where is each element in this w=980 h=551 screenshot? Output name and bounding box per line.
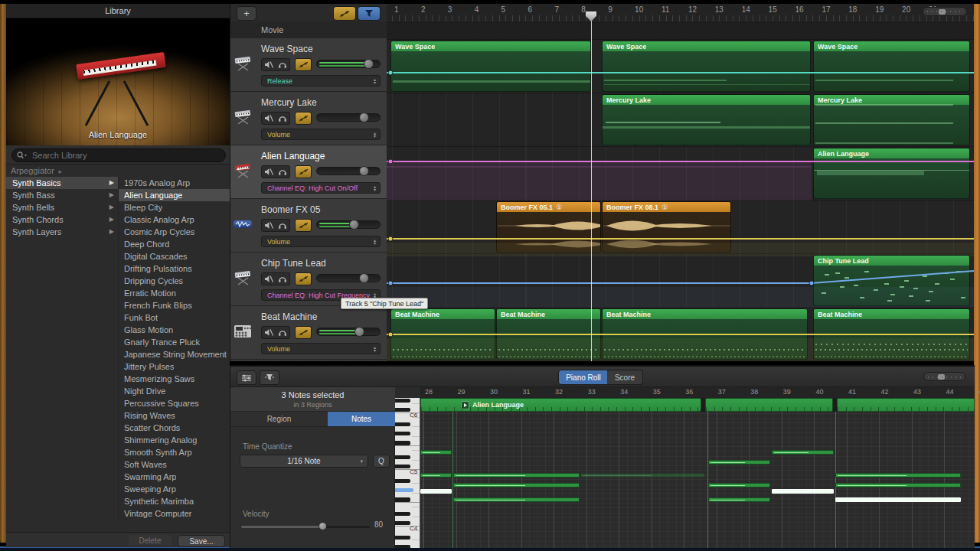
slider-knob[interactable] bbox=[359, 273, 369, 283]
black-key[interactable] bbox=[395, 512, 410, 516]
solo-button[interactable] bbox=[276, 112, 290, 125]
pr-region-segment[interactable]: Alien Language bbox=[420, 398, 701, 412]
patch-list-item[interactable]: Jittery Pulses bbox=[119, 360, 230, 373]
patch-list-item[interactable]: Scatter Chords bbox=[119, 422, 230, 434]
black-key[interactable] bbox=[395, 399, 410, 403]
slider-knob[interactable] bbox=[359, 112, 369, 122]
patch-list-item[interactable]: Gnarly Trance Pluck bbox=[119, 336, 230, 348]
region-beat-machine[interactable]: Beat Machine bbox=[390, 308, 495, 360]
black-key[interactable] bbox=[395, 536, 410, 540]
midi-note[interactable] bbox=[708, 483, 770, 487]
slider-knob[interactable] bbox=[359, 166, 369, 176]
sidebar-item-synth-chords[interactable]: Synth Chords▶ bbox=[6, 214, 118, 226]
patch-list-item[interactable]: Classic Analog Arp bbox=[119, 214, 230, 226]
solo-button[interactable] bbox=[276, 165, 290, 178]
pr-note-grid[interactable] bbox=[420, 412, 975, 548]
region-mercury-lake[interactable]: Mercury Lake bbox=[602, 94, 811, 145]
patch-list-item[interactable]: Shimmering Analog bbox=[119, 434, 230, 446]
patch-list-item[interactable]: Sweeping Arp bbox=[119, 483, 230, 495]
black-key[interactable] bbox=[395, 497, 410, 501]
sidebar-item-synth-bells[interactable]: Synth Bells▶ bbox=[6, 201, 118, 214]
patch-list-item[interactable]: Smooth Synth Arp bbox=[119, 446, 230, 458]
automation-param-dropdown[interactable]: Volume▴▾ bbox=[261, 236, 381, 247]
editor-inspector-button[interactable] bbox=[237, 370, 256, 385]
patch-list-item[interactable]: Glass Motion bbox=[119, 324, 230, 336]
delete-button[interactable]: Delete bbox=[129, 535, 172, 546]
midi-note-selected[interactable] bbox=[835, 497, 961, 502]
slider-knob[interactable] bbox=[349, 220, 359, 230]
horizontal-zoom-slider[interactable] bbox=[923, 7, 967, 16]
mute-button[interactable] bbox=[261, 112, 276, 125]
patch-list-item[interactable]: Erratic Motion bbox=[119, 287, 230, 299]
midi-note[interactable] bbox=[453, 473, 580, 478]
patch-list-item[interactable]: Soft Waves bbox=[119, 458, 230, 471]
track-automation-button[interactable] bbox=[295, 219, 312, 232]
patch-list-item[interactable]: Funk Bot bbox=[119, 311, 230, 324]
mute-button[interactable] bbox=[261, 219, 276, 232]
region-wave-space[interactable]: Wave Space bbox=[390, 41, 591, 92]
patch-list-item[interactable]: Vintage Computer bbox=[119, 507, 230, 520]
piano-keys[interactable]: C6C5C4 bbox=[395, 398, 420, 548]
region-wave-space[interactable]: Wave Space bbox=[602, 41, 811, 92]
solo-button[interactable] bbox=[276, 272, 290, 285]
patch-list-item[interactable]: Deep Chord bbox=[119, 238, 230, 250]
black-key[interactable] bbox=[395, 455, 410, 459]
midi-catch-button[interactable] bbox=[260, 370, 279, 385]
pr-region-segment[interactable]: Alien Language bbox=[705, 398, 833, 412]
pr-zoom-slider[interactable] bbox=[923, 372, 965, 381]
movie-track-row[interactable]: Movie bbox=[230, 21, 387, 39]
patch-list-item[interactable]: 1970s Analog Arp bbox=[119, 177, 230, 189]
midi-note[interactable] bbox=[420, 473, 452, 478]
region-beat-machine[interactable]: Beat Machine bbox=[813, 308, 970, 360]
volume-slider[interactable] bbox=[316, 273, 381, 283]
volume-slider[interactable] bbox=[316, 166, 381, 176]
midi-note[interactable] bbox=[708, 497, 770, 502]
lane-boomer-fx-05[interactable]: Boomer FX 05.1①Boomer FX 08.1① bbox=[387, 201, 974, 254]
mute-button[interactable] bbox=[261, 58, 276, 71]
black-key[interactable] bbox=[395, 465, 410, 468]
volume-slider[interactable] bbox=[316, 220, 381, 230]
slider-knob[interactable] bbox=[364, 59, 374, 69]
patch-list-item[interactable]: Dripping Cycles bbox=[119, 275, 230, 287]
search-input[interactable] bbox=[31, 150, 225, 161]
patch-list-item[interactable]: Digital Cascades bbox=[119, 250, 230, 262]
sidebar-item-synth-bass[interactable]: Synth Bass▶ bbox=[6, 189, 118, 201]
lane-wave-space[interactable]: Wave SpaceWave SpaceWave Space bbox=[387, 40, 974, 93]
pr-region-segment[interactable]: Alien Language bbox=[837, 398, 975, 412]
automation-param-dropdown[interactable]: Volume▴▾ bbox=[261, 129, 381, 140]
automation-param-dropdown[interactable]: Release▴▾ bbox=[261, 75, 381, 86]
region-alien-language[interactable]: Alien Language bbox=[813, 148, 970, 199]
region-boomer-fx-08-1[interactable]: Boomer FX 08.1① bbox=[602, 201, 731, 253]
lane-alien-language[interactable]: Alien Language bbox=[387, 147, 974, 201]
patch-list-item[interactable]: Mesmerizing Saws bbox=[119, 373, 230, 385]
volume-slider[interactable] bbox=[316, 327, 381, 337]
black-key[interactable] bbox=[395, 422, 410, 426]
region-mercury-lake[interactable]: Mercury Lake bbox=[813, 94, 970, 145]
time-quantize-dropdown[interactable]: 1/16 Note▾ bbox=[240, 455, 368, 468]
show-automation-button[interactable] bbox=[333, 6, 356, 21]
black-key[interactable] bbox=[395, 408, 410, 412]
quantize-q-button[interactable]: Q bbox=[373, 455, 390, 468]
velocity-thumb[interactable] bbox=[318, 522, 327, 530]
region-chip-tune-lead[interactable]: Chip Tune Lead bbox=[813, 255, 970, 306]
lane-beat-machine[interactable]: Beat MachineBeat MachineBeat MachineBeat… bbox=[387, 308, 974, 361]
volume-slider[interactable] bbox=[316, 112, 381, 122]
patch-list-item[interactable]: French Funk Blips bbox=[119, 299, 230, 311]
midi-note-selected[interactable] bbox=[420, 489, 452, 494]
inspector-tab-notes[interactable]: Notes bbox=[328, 412, 395, 427]
highlighted-key[interactable] bbox=[395, 488, 413, 492]
patch-list-item[interactable]: Cosmic Arp Cycles bbox=[119, 226, 230, 238]
midi-note[interactable] bbox=[708, 460, 770, 465]
track-header-6[interactable]: Beat MachineVolume▴▾ bbox=[230, 306, 387, 360]
automation-param-dropdown[interactable]: Channel EQ: High Cut On/Off▴▾ bbox=[261, 182, 381, 194]
tab-score[interactable]: Score bbox=[607, 370, 643, 385]
patch-list-item[interactable]: Night Drive bbox=[119, 385, 230, 397]
track-header-3[interactable]: Alien LanguageChannel EQ: High Cut On/Of… bbox=[230, 145, 387, 199]
mute-button[interactable] bbox=[261, 326, 276, 339]
track-header-4[interactable]: Boomer FX 05Volume▴▾ bbox=[230, 199, 387, 253]
sidebar-item-synth-basics[interactable]: Synth Basics▶ bbox=[6, 177, 118, 189]
automation-param-dropdown[interactable]: Volume▴▾ bbox=[261, 343, 381, 354]
midi-note[interactable] bbox=[453, 497, 580, 502]
patch-list-item[interactable]: Rising Waves bbox=[119, 409, 230, 422]
region-beat-machine[interactable]: Beat Machine bbox=[602, 308, 808, 360]
